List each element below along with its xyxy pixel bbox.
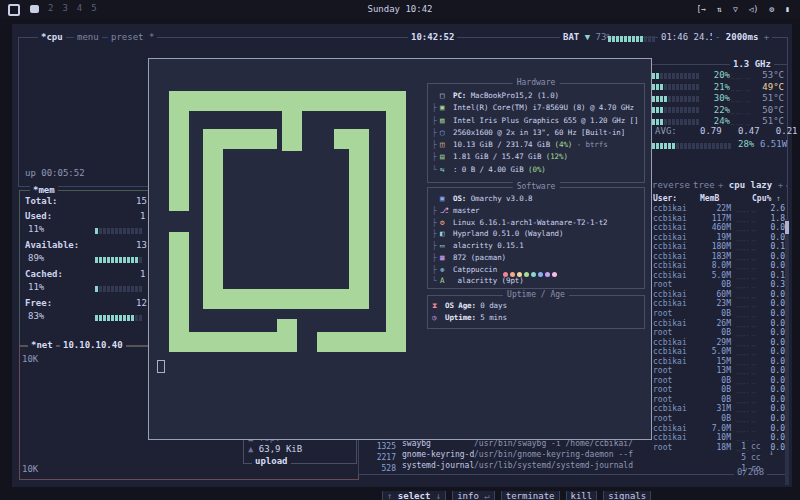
launcher-icon[interactable] (8, 4, 20, 16)
process-row[interactable]: ccbikai26M⣀⣀⡀⣀0.0 (653, 319, 785, 329)
tray-icon[interactable]: ⇅ (717, 5, 722, 14)
terminal-cursor (157, 360, 165, 373)
process-row[interactable]: root13M⣀⣀⡀⣀0.0 (653, 366, 785, 376)
tree-glyph: ├ (432, 115, 440, 127)
process-name: systemd-journal (402, 461, 474, 471)
process-mem: 460M (699, 223, 731, 233)
proc-col-user[interactable]: User: (653, 194, 677, 203)
proc-col-cpu[interactable]: Cpu% (752, 194, 771, 203)
process-row[interactable]: ccbikai60M⣀⣀⡀⣀0.0 (653, 290, 785, 300)
workspace-button[interactable]: 2 (48, 3, 53, 13)
process-mem: 183M (699, 252, 731, 262)
proc-tree-toggle[interactable]: tree (690, 180, 718, 190)
process-mem: 0B (699, 280, 731, 290)
process-mem: 31M (699, 404, 731, 414)
footer-key[interactable]: info ↵ (452, 491, 495, 500)
process-row[interactable]: ccbikai117M⣀⣀⡀⣀1.8 (653, 214, 785, 224)
footer-key[interactable]: kill (566, 491, 598, 500)
row-label: Uptime: (445, 312, 480, 324)
process-row[interactable]: root0B⣀⣀⡀⣀0.0 (653, 309, 785, 319)
tray-icon[interactable]: ◁) (749, 5, 759, 14)
process-row[interactable]: ccbikai19M⣀⣀⡀⣀0.0 (653, 233, 785, 243)
process-row[interactable]: ccbikai5.0M⣀⣀⡀⣀0.1 (653, 271, 785, 281)
proc-scrollbar[interactable] (785, 219, 789, 485)
process-cpu: 0.0 (761, 309, 785, 319)
proc-scrollbar-thumb[interactable] (785, 221, 789, 234)
process-cmd-row[interactable]: 2217gnome-keyring-d/usr/bin/gnome-keyrin… (364, 450, 761, 460)
cpu-watts: 6.51W (760, 139, 787, 149)
hardware-row: □PC: MacBookPro15,2 (1.0) (432, 90, 640, 102)
process-row[interactable]: ccbikai183M⣀⣀⡀⣀0.0 (653, 252, 785, 262)
process-mem: 0B (699, 376, 731, 386)
process-row[interactable]: root0B⣀⣀⡀⣀0.0 (653, 328, 785, 338)
fastfetch-window[interactable]: Hardware □PC: MacBookPro15,2 (1.0)├▣Inte… (148, 58, 652, 440)
row-percent: (0%) (528, 164, 546, 176)
row-text: Intel Iris Plus Graphics 655 @ 1.20 GHz … (453, 115, 638, 127)
process-user: root (653, 395, 699, 405)
menu-button[interactable]: menu (74, 32, 102, 42)
process-cmd-row[interactable]: 1325swaybg/usr/bin/swaybg -i /home/ccbik… (364, 439, 761, 449)
btop-terminal: *cpu menu preset * 10:42:52 BAT ▼ 73% 01… (12, 24, 792, 487)
tree-glyph: ├ (432, 127, 440, 139)
process-row[interactable]: root0B⣀⣀⡀⣀0.0 (653, 395, 785, 405)
process-cmd-row[interactable]: 528systemd-journal/usr/lib/systemd/syste… (364, 461, 761, 471)
process-row[interactable]: root0B⣀⣀⡀⣀0.0 (653, 414, 785, 424)
hardware-icon: ▤ (440, 151, 453, 163)
process-mem: 7.0M (699, 424, 731, 434)
workspace-button[interactable]: 5 (91, 3, 96, 13)
tray-icon[interactable]: ▽ (733, 5, 738, 14)
mem-cached-label: Cached: (25, 269, 63, 279)
footer-key[interactable]: signals (603, 491, 651, 500)
process-row[interactable]: ccbikai8.0M⣀⣀⡀⣀0.0 (653, 261, 785, 271)
process-user: ccbikai (653, 233, 699, 243)
workspace-1-active[interactable] (30, 5, 39, 13)
process-row[interactable]: ccbikai180M⣀⣀⡀⣀0.1 (653, 242, 785, 252)
proc-col-mem[interactable]: MemB (700, 194, 719, 203)
color-dot (503, 272, 508, 277)
tray-icon[interactable]: ▮ (785, 5, 790, 14)
process-cpu: 0.0 (761, 328, 785, 338)
process-row[interactable]: ccbikai460M⣀⣀⡀⣀0.0 (653, 223, 785, 233)
software-row: ├⚙Linux 6.16.1-arch1-Watanare-T2-1-t2 (432, 217, 640, 229)
process-row[interactable]: ccbikai7.0M⣀⣀⡀⣀0.0 (653, 424, 785, 434)
tray-icon[interactable]: ⚙ (769, 5, 774, 14)
process-cpu: 0.0 (761, 366, 785, 376)
process-row[interactable]: ccbikai23M⣀⣀⡀⣀0.0 (653, 299, 785, 309)
process-user: ccbikai (653, 338, 699, 348)
workspace-button[interactable]: 4 (77, 3, 82, 13)
tree-glyph: ├ (432, 264, 440, 276)
process-row[interactable]: root0B⣀⣀⡀⣀0.0 (653, 385, 785, 395)
proc-scroll-down-icon[interactable]: ↓ (769, 448, 774, 457)
process-row[interactable]: root0B⣀⣀⡀⣀0.3 (653, 280, 785, 290)
process-mem: 117M (699, 214, 731, 224)
footer-key[interactable]: ↑ select ↓ (382, 491, 446, 500)
process-row[interactable]: ccbikai5.0M⣀⣀⡀⣀0.0 (653, 347, 785, 357)
process-cpu: 1.8 (761, 214, 785, 224)
mem-total-label: Total: (25, 196, 58, 206)
proc-sort-selector[interactable]: + cpu lazy + (715, 180, 786, 190)
core-gauge (652, 105, 704, 117)
tree-glyph: ├ (432, 205, 440, 217)
mem-free-value: 12 (136, 298, 148, 308)
footer-key[interactable]: terminate (501, 491, 560, 500)
proc-sort-reverse[interactable]: reverse (649, 180, 693, 190)
process-cpu: 0.0 (761, 290, 785, 300)
process-cpu: 0.0 (761, 357, 785, 367)
tree-glyph: ├ (432, 151, 440, 163)
preset-button[interactable]: preset * (108, 32, 157, 42)
workspace-button[interactable]: 3 (62, 3, 67, 13)
process-user: ccbikai (653, 347, 699, 357)
process-row[interactable]: ccbikai29M⣀⣀⡀⣀0.0 (653, 338, 785, 348)
tray-icon[interactable]: [→ (696, 5, 706, 14)
process-row[interactable]: ccbikai22M⣀⣀⡀⣀2.6 (653, 204, 785, 214)
software-icon: ⚙ (440, 217, 453, 229)
process-user: root (653, 328, 699, 338)
row-label: OS: (453, 193, 471, 205)
process-row[interactable]: ccbikai31M⣀⣀⡀⣀0.0 (653, 404, 785, 414)
update-interval[interactable]: - 2000ms + (712, 32, 772, 42)
tree-glyph: ├ (432, 102, 440, 114)
process-row[interactable]: root0B⣀⣀⡀⣀0.0 (653, 376, 785, 386)
process-row[interactable]: ccbikai15M⣀⣀⡀⣀0.0 (653, 357, 785, 367)
mem-cached-gauge (95, 283, 143, 293)
upload-tag[interactable]: upload (252, 456, 291, 466)
